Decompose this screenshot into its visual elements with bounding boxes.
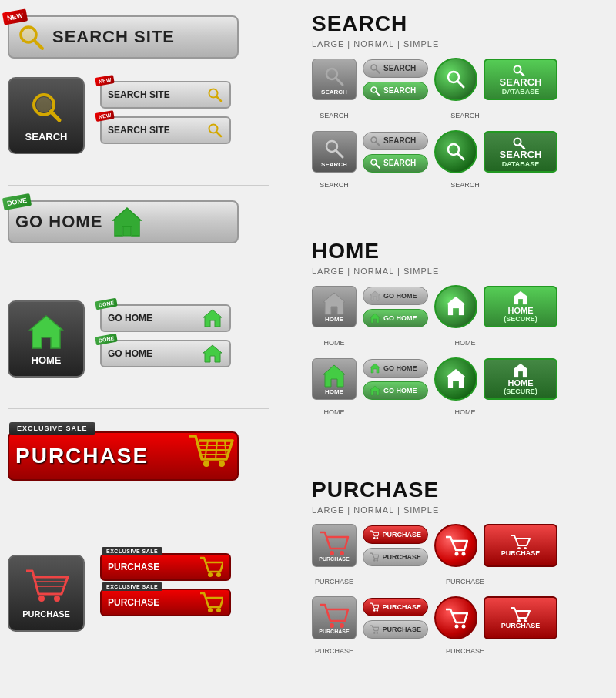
purchase-large-button[interactable]: EXCLUSIVE SALE PURCHASE: [8, 431, 239, 481]
purchase-db-btn-2[interactable]: PURCHASE: [484, 596, 557, 639]
search-pill-icon-4: [370, 158, 380, 169]
purchase-small-2[interactable]: EXCLUSIVE SALE PURCHASE: [100, 589, 231, 616]
search-block-label: SEARCH: [25, 131, 68, 143]
go-home-small-2[interactable]: DONE GO HOME: [100, 340, 231, 367]
search-pill-green-1[interactable]: SEARCH: [363, 82, 428, 100]
search-size-labels: LARGE | NORMAL | SIMPLE: [312, 39, 575, 49]
purchase-captions-2: PURCHASE PURCHASE: [312, 643, 557, 656]
home-row-2: HOME GO HOME GO HOME: [312, 357, 557, 401]
purchase-icon-block[interactable]: PURCHASE: [8, 555, 85, 632]
svg-point-68: [462, 552, 466, 556]
search-site-large-button[interactable]: NEW SEARCH SITE: [8, 15, 239, 59]
purchase-tile-label-2: PURCHASE: [319, 629, 349, 634]
cart-large-icon: [183, 430, 236, 475]
svg-point-21: [203, 461, 209, 467]
purchase-small-buttons: EXCLUSIVE SALE PURCHASE EXCLUSIVE SALE P…: [100, 553, 231, 616]
home-pill-col-1: GO HOME GO HOME: [363, 287, 428, 327]
search-cap-2: SEARCH: [450, 112, 480, 119]
home-secure-btn-1[interactable]: HOME (SECURE): [484, 286, 557, 327]
svg-point-74: [376, 609, 378, 612]
search-pill-icon-2: [370, 86, 380, 96]
purchase-tile-1[interactable]: PURCHASE: [312, 524, 357, 567]
purchase-pill-red-2[interactable]: PURCHASE: [363, 598, 428, 616]
home-tile-icon-1: [320, 291, 348, 316]
go-home-pill-label-1: GO HOME: [383, 292, 417, 300]
purchase-pill-grey-1[interactable]: PURCHASE: [363, 548, 428, 566]
home-secure-btn-2[interactable]: HOME (SECURE): [484, 358, 557, 400]
svg-point-4: [36, 97, 52, 112]
purchase-circle-2[interactable]: [434, 596, 477, 639]
home-captions-2: HOME HOME: [312, 404, 557, 418]
search-circle-1[interactable]: [434, 58, 477, 101]
purchase-pill-icon-4: [370, 624, 379, 635]
home-secure-label-top: HOME: [508, 306, 534, 315]
purchase-section-title: PURCHASE: [312, 478, 557, 502]
search-pill-grey-1[interactable]: SEARCH: [363, 59, 428, 78]
new-badge-sm1: NEW: [95, 75, 115, 86]
purchase-small-1[interactable]: EXCLUSIVE SALE PURCHASE: [100, 553, 231, 581]
search-pill-green-2[interactable]: SEARCH: [363, 154, 428, 173]
home-tile-icon-2: [320, 364, 348, 388]
home-circle-1[interactable]: [434, 285, 477, 328]
home-tile-2[interactable]: HOME: [312, 358, 357, 400]
search-site-small-1[interactable]: NEW SEARCH SITE: [100, 81, 231, 109]
search-cap-3: SEARCH: [320, 181, 349, 189]
svg-marker-59: [447, 369, 465, 388]
search-db-btn-2[interactable]: SEARCH DATABASE: [484, 131, 557, 173]
purchase-pill-icon-3: [370, 602, 379, 612]
search-icon-block[interactable]: SEARCH: [8, 77, 85, 154]
home-secure-icon-1: [512, 290, 529, 306]
go-home-pill-grey-2[interactable]: GO HOME: [363, 359, 428, 378]
purchase-pill-col-1: PURCHASE PURCHASE: [363, 525, 428, 566]
purchase-pill-red-1[interactable]: PURCHASE: [363, 525, 428, 544]
home-pill-icon-3: [370, 363, 380, 374]
purchase-tile-2[interactable]: PURCHASE: [312, 596, 357, 639]
search-db-label-bot-2: DATABASE: [502, 160, 540, 168]
search-row-2: SEARCH SEARCH SEARCH: [312, 130, 575, 173]
purchase-cap-1: PURCHASE: [315, 578, 353, 586]
search-tile-large-2[interactable]: SEARCH: [312, 131, 357, 173]
home-icon-block[interactable]: HOME: [8, 300, 85, 378]
svg-line-34: [376, 69, 380, 73]
svg-line-38: [457, 81, 464, 87]
search-tile-icon-2: [321, 136, 347, 161]
right-home-section: HOME LARGE | NORMAL | SIMPLE HOME GO HOM…: [312, 239, 557, 418]
purchase-db-label-2: PURCHASE: [501, 622, 541, 629]
purchase-db-btn-1[interactable]: PURCHASE: [484, 524, 557, 567]
search-cap-4: SEARCH: [450, 181, 480, 189]
search-site-small-2[interactable]: NEW SEARCH SITE: [100, 116, 231, 144]
home-tile-1[interactable]: HOME: [312, 286, 357, 327]
home-captions-1: HOME HOME: [312, 334, 557, 348]
search-tile-large-1[interactable]: SEARCH: [312, 59, 357, 100]
svg-point-64: [376, 537, 378, 539]
go-home-pill-label-2: GO HOME: [383, 314, 417, 322]
purchase-row-2: PURCHASE PURCHASE PURCHASE: [312, 596, 557, 639]
search-db-btn-1[interactable]: SEARCH DATABASE: [484, 59, 557, 100]
svg-marker-54: [447, 297, 465, 315]
svg-marker-51: [323, 293, 345, 314]
home-sm-icon-2: [202, 344, 223, 364]
home-pill-icon-1: [370, 290, 380, 301]
svg-point-77: [455, 625, 459, 629]
home-pill-icon-4: [370, 385, 380, 396]
done-badge-sm1: DONE: [95, 298, 118, 310]
home-tile-label-2: HOME: [325, 388, 343, 395]
go-home-large-button[interactable]: DONE GO HOME: [8, 200, 239, 243]
search-circle-2[interactable]: [434, 130, 477, 173]
go-home-pill-grey-1[interactable]: GO HOME: [363, 287, 428, 305]
go-home-pill-green-1[interactable]: GO HOME: [363, 309, 428, 327]
home-row-1: HOME GO HOME GO HOME: [312, 285, 557, 328]
svg-marker-12: [30, 316, 62, 348]
home-pill-icon-2: [370, 313, 380, 324]
go-home-pill-label-3: GO HOME: [383, 364, 417, 372]
purchase-cap-4: PURCHASE: [446, 647, 484, 655]
svg-point-72: [340, 623, 344, 628]
svg-point-22: [219, 461, 225, 467]
go-home-pill-green-2[interactable]: GO HOME: [363, 381, 428, 400]
search-pill-grey-2[interactable]: SEARCH: [363, 132, 428, 150]
go-home-small-1[interactable]: DONE GO HOME: [100, 304, 231, 332]
purchase-circle-1[interactable]: [434, 524, 477, 567]
purchase-pill-grey-2[interactable]: PURCHASE: [363, 620, 428, 639]
home-pill-col-2: GO HOME GO HOME: [363, 359, 428, 400]
home-circle-2[interactable]: [434, 357, 477, 401]
